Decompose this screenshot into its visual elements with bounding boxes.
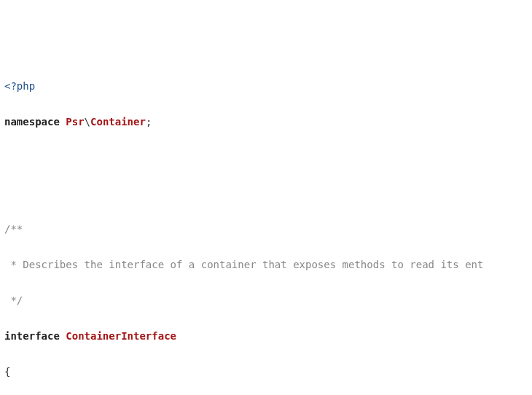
code-line: namespace Psr\Container; [4,113,532,131]
blank-line [4,184,532,203]
code-line: <?php [4,77,532,95]
semicolon: ; [146,116,152,128]
namespace-separator: \ [85,116,90,128]
doc-open: /** [4,223,23,235]
namespace-part: Container [90,116,146,128]
code-line: { [4,363,532,381]
keyword-namespace: namespace [4,116,60,128]
doc-desc: * Describes the interface of a container… [4,259,483,270]
doc-comment-line: * Describes the interface of a container… [4,256,532,274]
namespace-part: Psr [66,116,84,128]
doc-comment-line: */ [4,292,532,310]
php-open-tag: <?php [4,80,35,92]
interface-name: ContainerInterface [66,330,176,342]
blank-line [4,149,532,167]
code-line: interface ContainerInterface [4,327,532,345]
doc-close: */ [4,294,23,306]
keyword-interface: interface [4,330,60,342]
brace-open: { [4,366,10,378]
doc-comment-line: /** [4,220,532,238]
